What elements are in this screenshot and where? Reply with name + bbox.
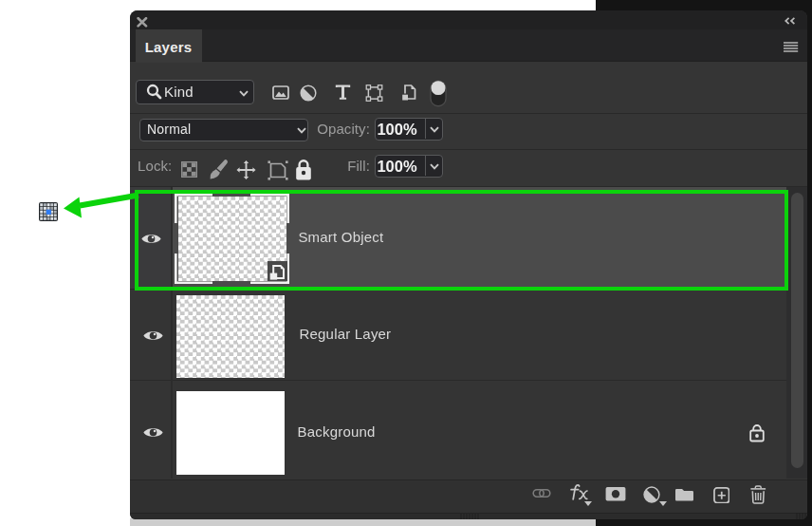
scrollbar-track[interactable] (786, 187, 807, 479)
screen: Layers Kind (0, 0, 812, 526)
panel-title-bar (130, 10, 807, 29)
search-icon (146, 84, 162, 100)
kind-chevron-down-icon (239, 90, 249, 97)
fx-dropdown-triangle-icon (584, 501, 592, 506)
annotation-highlight-rect (135, 190, 789, 291)
panel-drop-shadow (130, 518, 596, 526)
close-icon[interactable] (137, 17, 148, 28)
filter-pixel-layer-icon[interactable] (272, 85, 289, 100)
layer-row-regular-layer[interactable]: Regular Layer (130, 290, 807, 380)
divider (425, 156, 427, 176)
new-layer-plus-icon[interactable] (713, 487, 730, 504)
resize-grip-corner[interactable] (796, 513, 806, 519)
panel-tab-strip (130, 29, 807, 62)
filter-kind-value: Kind (164, 80, 194, 104)
fill-chevron-down-icon[interactable] (430, 163, 439, 170)
filter-smart-object-icon[interactable] (400, 85, 417, 102)
panel-footer-bar (130, 479, 807, 513)
divider (130, 149, 807, 150)
add-layer-mask-icon[interactable] (605, 487, 626, 501)
delete-layer-trash-icon[interactable] (749, 485, 767, 504)
background-locked-icon[interactable] (749, 424, 765, 442)
layer-row-background[interactable]: Background (130, 381, 807, 479)
new-group-folder-icon[interactable] (675, 488, 693, 502)
lock-position-icon[interactable] (236, 160, 256, 179)
annotation-arrow (57, 188, 144, 226)
blend-mode-value: Normal (147, 119, 191, 141)
divider (425, 119, 427, 139)
filter-shape-layer-icon[interactable] (365, 85, 383, 102)
link-layers-icon[interactable] (532, 488, 551, 498)
scrollbar-thumb[interactable] (791, 193, 803, 469)
collapse-panel-icon[interactable] (784, 17, 796, 25)
lock-transparent-pixels-icon[interactable] (181, 161, 197, 178)
divider (130, 113, 807, 114)
new-adjustment-layer-icon[interactable] (643, 486, 660, 503)
opacity-field[interactable]: 100% (375, 118, 443, 141)
opacity-chevron-down-icon[interactable] (430, 126, 439, 133)
fill-field[interactable]: 100% (375, 155, 443, 178)
adjustment-dropdown-triangle-icon (659, 501, 667, 506)
tab-layers[interactable]: Layers (136, 29, 202, 63)
panel-menu-icon[interactable] (784, 42, 799, 53)
layer-name[interactable]: Background (298, 424, 376, 439)
layer-thumbnail-regular-layer[interactable] (176, 295, 285, 378)
fill-value[interactable]: 100% (373, 156, 422, 177)
resize-grip-center[interactable] (460, 514, 481, 519)
opacity-value[interactable]: 100% (373, 119, 422, 140)
lock-artboard-icon[interactable] (268, 160, 288, 180)
layer-name[interactable]: Regular Layer (300, 327, 392, 341)
filter-adjustment-layer-icon[interactable] (300, 85, 317, 102)
lock-label: Lock: (138, 155, 181, 178)
filter-type-layer-icon[interactable] (335, 85, 351, 100)
filter-toggle-switch[interactable] (430, 80, 447, 107)
layer-thumbnail-background[interactable] (176, 391, 285, 475)
eye-visible-icon[interactable] (143, 426, 163, 439)
eye-visible-icon[interactable] (143, 329, 163, 342)
lock-brush-icon[interactable] (209, 159, 229, 180)
blend-chevron-down-icon (297, 127, 306, 134)
fill-label: Fill: (313, 155, 370, 178)
pixel-grid-icon (39, 202, 58, 221)
lock-all-icon[interactable] (295, 160, 312, 181)
opacity-label: Opacity: (313, 118, 370, 141)
